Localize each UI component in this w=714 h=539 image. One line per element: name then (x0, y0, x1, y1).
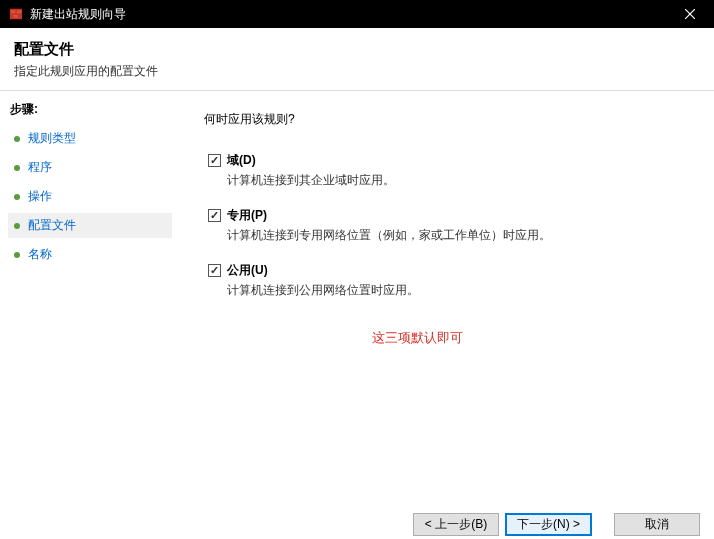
steps-sidebar: 步骤: 规则类型 程序 操作 配置文件 名称 (0, 91, 180, 502)
annotation-note: 这三项默认即可 (204, 329, 690, 347)
sidebar-item-program[interactable]: 程序 (8, 155, 172, 180)
checkbox-desc: 计算机连接到其企业域时应用。 (208, 172, 690, 189)
checkbox-group-private: 专用(P) 计算机连接到专用网络位置（例如，家或工作单位）时应用。 (204, 207, 690, 244)
checkbox-label: 域(D) (227, 152, 256, 169)
page-title: 配置文件 (14, 40, 700, 59)
svg-rect-2 (17, 11, 21, 14)
wizard-header: 配置文件 指定此规则应用的配置文件 (0, 28, 714, 91)
checkbox-label: 专用(P) (227, 207, 267, 224)
checkbox-row: 域(D) (208, 152, 690, 169)
checkbox-row: 公用(U) (208, 262, 690, 279)
firewall-icon (8, 6, 24, 22)
sidebar-item-label: 操作 (28, 188, 52, 205)
wizard-content: 步骤: 规则类型 程序 操作 配置文件 名称 何时应用该规则? 域(D) (0, 91, 714, 502)
wizard-footer: < 上一步(B) 下一步(N) > 取消 (0, 502, 714, 539)
svg-rect-0 (10, 9, 22, 20)
bullet-icon (14, 252, 20, 258)
sidebar-item-action[interactable]: 操作 (8, 184, 172, 209)
checkbox-row: 专用(P) (208, 207, 690, 224)
checkbox-public[interactable] (208, 264, 221, 277)
bullet-icon (14, 136, 20, 142)
titlebar: 新建出站规则向导 (0, 0, 714, 28)
checkbox-desc: 计算机连接到公用网络位置时应用。 (208, 282, 690, 299)
next-button[interactable]: 下一步(N) > (505, 513, 592, 536)
bullet-icon (14, 194, 20, 200)
sidebar-item-name[interactable]: 名称 (8, 242, 172, 267)
checkbox-private[interactable] (208, 209, 221, 222)
window-title: 新建出站规则向导 (30, 6, 670, 23)
sidebar-item-rule-type[interactable]: 规则类型 (8, 126, 172, 151)
back-button[interactable]: < 上一步(B) (413, 513, 499, 536)
sidebar-item-label: 程序 (28, 159, 52, 176)
main-question: 何时应用该规则? (204, 111, 690, 128)
sidebar-item-label: 配置文件 (28, 217, 76, 234)
checkbox-desc: 计算机连接到专用网络位置（例如，家或工作单位）时应用。 (208, 227, 690, 244)
bullet-icon (14, 223, 20, 229)
checkbox-group-public: 公用(U) 计算机连接到公用网络位置时应用。 (204, 262, 690, 299)
close-icon (685, 9, 695, 19)
sidebar-item-label: 规则类型 (28, 130, 76, 147)
cancel-button[interactable]: 取消 (614, 513, 700, 536)
page-subtitle: 指定此规则应用的配置文件 (14, 63, 700, 80)
steps-heading: 步骤: (8, 101, 172, 118)
close-button[interactable] (670, 0, 710, 28)
bullet-icon (14, 165, 20, 171)
svg-rect-1 (11, 11, 15, 14)
checkbox-label: 公用(U) (227, 262, 268, 279)
main-panel: 何时应用该规则? 域(D) 计算机连接到其企业域时应用。 专用(P) 计算机连接… (180, 91, 714, 502)
sidebar-item-label: 名称 (28, 246, 52, 263)
checkbox-domain[interactable] (208, 154, 221, 167)
checkbox-group-domain: 域(D) 计算机连接到其企业域时应用。 (204, 152, 690, 189)
svg-rect-3 (13, 15, 17, 18)
sidebar-item-profile[interactable]: 配置文件 (8, 213, 172, 238)
